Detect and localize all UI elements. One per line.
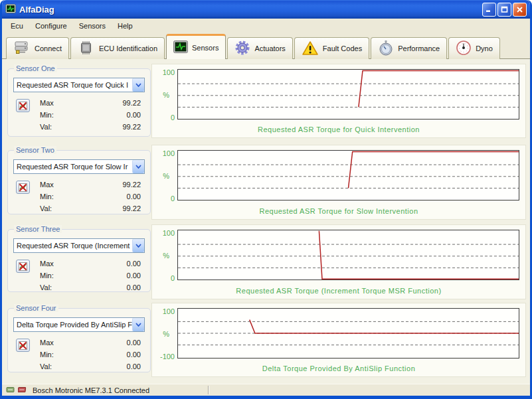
menu-sensors[interactable]: Sensors bbox=[73, 21, 112, 31]
tab-label: Sensors bbox=[192, 44, 219, 52]
sensor-stats: Max 99.22 Min: 0.00 Val: 99.22 bbox=[40, 97, 141, 133]
stat-label: Max bbox=[40, 339, 54, 347]
stopwatch-icon bbox=[378, 40, 394, 57]
drive-connect-icon bbox=[13, 40, 31, 56]
tab-performance[interactable]: Performance bbox=[371, 37, 447, 59]
window-title: AlfaDiag bbox=[19, 5, 482, 15]
tab-actuators[interactable]: Actuators bbox=[227, 37, 292, 59]
close-button[interactable] bbox=[513, 3, 527, 17]
selected-sensor-label: Requested ASR Torque for Slow Ir bbox=[14, 163, 132, 171]
sensor-four-select[interactable]: Delta Torque Provided By AntiSlip F bbox=[13, 317, 145, 332]
chart-with-red-x-icon bbox=[19, 102, 27, 110]
stat-label: Val: bbox=[40, 204, 52, 212]
y-axis-tick: -100 bbox=[152, 353, 175, 360]
stat-value: 0.00 bbox=[127, 193, 141, 200]
stat-value: 0.00 bbox=[127, 272, 141, 279]
sensor-stats: Max 0.00 Min: 0.00 Val: 0.00 bbox=[40, 337, 141, 372]
chart-panel-sensor-two: 100 % 0 Requested ASR Torque for Slow In… bbox=[151, 145, 526, 220]
stat-row: Max 99.22 bbox=[40, 179, 141, 191]
stat-row: Val: 99.22 bbox=[40, 202, 141, 214]
close-icon bbox=[516, 6, 523, 13]
chevron-down-icon[interactable] bbox=[132, 78, 144, 92]
tab-label: Connect bbox=[35, 44, 62, 52]
sensor-three-group: Sensor Three Requested ASR Torque (Incre… bbox=[7, 229, 151, 292]
app-waveform-icon bbox=[5, 4, 16, 15]
tab-sensors[interactable]: Sensors bbox=[166, 34, 226, 59]
selected-sensor-label: Requested ASR Torque (Increment bbox=[14, 242, 132, 250]
stat-label: Min: bbox=[40, 351, 54, 359]
chart-title: Requested ASR Torque for Slow Interventi… bbox=[152, 207, 525, 215]
toolbar: Connect ECU Identification Sensors Actua… bbox=[2, 33, 530, 58]
status-bar-divider bbox=[208, 386, 209, 394]
chart-disable-button[interactable] bbox=[16, 99, 30, 112]
tab-label: Dyno bbox=[476, 44, 493, 52]
stat-row: Max 99.22 bbox=[40, 97, 141, 109]
stat-label: Val: bbox=[40, 123, 52, 131]
menu-help[interactable]: Help bbox=[112, 21, 139, 31]
stat-row: Min: 0.00 bbox=[40, 109, 141, 121]
chart-title: Requested ASR Torque for Quick Intervent… bbox=[152, 125, 525, 133]
red-module-icon bbox=[18, 386, 27, 395]
stat-label: Min: bbox=[40, 111, 54, 119]
stat-row: Min: 0.00 bbox=[40, 270, 141, 281]
y-axis-tick: 0 bbox=[152, 195, 175, 202]
sensor-one-group: Sensor One Requested ASR Torque for Quic… bbox=[7, 68, 151, 137]
chevron-down-icon[interactable] bbox=[132, 160, 144, 173]
status-bar: Bosch Motronic ME7.3.1 Connected bbox=[2, 384, 530, 396]
chart-panel-sensor-three: 100 % 0 Requested ASR Torque (Increment … bbox=[151, 224, 526, 299]
app-window: AlfaDiag Ecu Configure Sensors Help Conn… bbox=[0, 0, 532, 399]
maximize-icon bbox=[501, 6, 508, 13]
title-bar[interactable]: AlfaDiag bbox=[2, 0, 530, 19]
group-caption: Sensor Two bbox=[14, 146, 56, 154]
line-chart bbox=[177, 69, 519, 120]
stat-label: Min: bbox=[40, 272, 54, 279]
tab-fault-codes[interactable]: Fault Codes bbox=[294, 37, 369, 59]
y-axis-label: % bbox=[152, 91, 169, 99]
stat-label: Max bbox=[40, 260, 54, 268]
maximize-button[interactable] bbox=[497, 3, 511, 17]
y-axis-label: % bbox=[152, 330, 169, 338]
stat-value: 99.22 bbox=[122, 181, 141, 189]
stat-label: Max bbox=[40, 181, 54, 189]
sensor-one-select[interactable]: Requested ASR Torque for Quick I bbox=[13, 78, 145, 92]
chart-disable-button[interactable] bbox=[16, 260, 30, 273]
sensor-stats: Max 0.00 Min: 0.00 Val: 0.00 bbox=[40, 258, 141, 293]
chart-disable-button[interactable] bbox=[16, 181, 30, 194]
chart-panel-sensor-four: 100 % -100 Delta Torque Provided By Anti… bbox=[151, 303, 526, 377]
stat-row: Val: 0.00 bbox=[40, 360, 141, 372]
tab-ecu-identification[interactable]: ECU Identification bbox=[70, 37, 165, 59]
chevron-down-icon[interactable] bbox=[132, 239, 144, 252]
tab-connect[interactable]: Connect bbox=[6, 37, 69, 59]
menu-configure[interactable]: Configure bbox=[29, 21, 73, 31]
y-axis-tick: 0 bbox=[152, 114, 175, 121]
sensor-two-select[interactable]: Requested ASR Torque for Slow Ir bbox=[13, 159, 145, 174]
tab-label: Fault Codes bbox=[323, 44, 362, 52]
chart-with-red-x-icon bbox=[19, 341, 27, 350]
tab-label: Performance bbox=[398, 44, 440, 52]
chart-panel-sensor-one: 100 % 0 Requested ASR Torque for Quick I… bbox=[151, 64, 526, 138]
line-chart bbox=[177, 308, 519, 359]
chart-disable-button[interactable] bbox=[16, 339, 30, 352]
stat-value: 0.00 bbox=[127, 351, 141, 359]
stat-value: 0.00 bbox=[127, 111, 141, 119]
chart-with-red-x-icon bbox=[19, 262, 27, 271]
menu-ecu[interactable]: Ecu bbox=[5, 21, 29, 31]
chip-icon bbox=[78, 40, 95, 56]
minimize-icon bbox=[486, 6, 493, 13]
stat-value: 99.22 bbox=[122, 99, 141, 107]
group-caption: Sensor One bbox=[14, 64, 57, 72]
tab-dyno[interactable]: Dyno bbox=[448, 37, 500, 59]
selected-sensor-label: Requested ASR Torque for Quick I bbox=[14, 81, 132, 89]
stat-row: Max 0.00 bbox=[40, 337, 141, 349]
chart-title: Requested ASR Torque (Increment Torque M… bbox=[152, 287, 525, 295]
stat-value: 99.22 bbox=[122, 204, 141, 212]
stat-row: Val: 99.22 bbox=[40, 121, 141, 133]
oscilloscope-icon bbox=[173, 40, 188, 54]
chevron-down-icon[interactable] bbox=[132, 318, 144, 331]
stat-value: 0.00 bbox=[127, 339, 141, 347]
stat-row: Val: 0.00 bbox=[40, 281, 141, 293]
y-axis-tick: 100 bbox=[152, 149, 175, 157]
sensor-three-select[interactable]: Requested ASR Torque (Increment bbox=[13, 238, 145, 253]
stat-label: Val: bbox=[40, 362, 52, 370]
minimize-button[interactable] bbox=[482, 3, 496, 17]
